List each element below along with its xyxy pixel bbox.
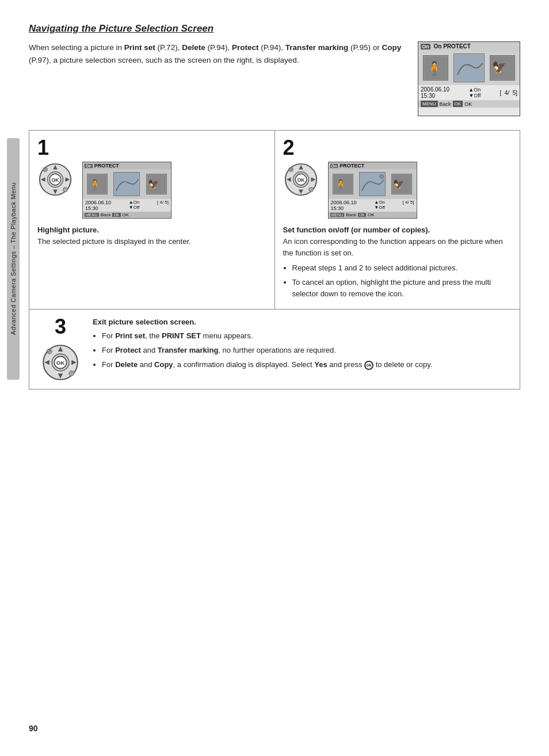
screen-bottom-bar: MENU Back OK OK [418, 100, 520, 108]
spt-center-1 [113, 172, 140, 196]
back-label: Back [440, 101, 451, 107]
photo-thumb-left: 🧍 [423, 55, 448, 81]
step-2-cell: 2 OK ⟳ [275, 131, 520, 309]
step-2-screen: On PROTECT 🧍 ⊙ [328, 162, 417, 219]
step-2-content: OK ⟳ On PROTECT [283, 162, 512, 219]
ok-text: OK [464, 101, 472, 107]
controller-icon-2: OK ⟳ [283, 162, 319, 197]
ok-circle-icon: ok [364, 361, 373, 370]
section-title: Navigating the Picture Selection Screen [29, 23, 520, 35]
svg-point-14 [63, 188, 68, 192]
step-3-content: 3 OK ⟳ Ex [37, 316, 512, 382]
svg-text:OK: OK [51, 177, 59, 183]
controller-icon-3: OK ⟳ [41, 343, 80, 382]
spt-left-1: 🧍 [87, 174, 108, 194]
screen-frame: [ 4/ 5] [500, 90, 517, 96]
sidebar-label: Advanced Camera Settings – The Playback … [7, 138, 20, 380]
svg-text:OK: OK [56, 360, 64, 366]
screen-off: ▼Off [468, 93, 481, 98]
steps-grid: 1 OK [29, 130, 520, 390]
step-1-content: OK ⟳ [37, 162, 266, 219]
spt-right-2: 🦅 [391, 174, 412, 194]
step-3-number: 3 [55, 316, 66, 337]
svg-text:⟳: ⟳ [47, 348, 51, 354]
intro-camera-screen: On On PROTECT 🧍 🦅 2006.06.10 15:30 [418, 41, 520, 116]
svg-text:🧍: 🧍 [335, 179, 346, 190]
step-3-text: Exit picture selection screen. For Print… [93, 316, 512, 374]
page-number: 90 [29, 724, 38, 733]
intro-text: When selecting a picture in Print set (P… [29, 41, 404, 116]
steps-row-1-2: 1 OK [29, 131, 520, 310]
screen-info-row: 2006.06.10 15:30 ▲On ▼Off [ 4/ 5] [418, 85, 520, 100]
photo-thumb-center [453, 54, 485, 82]
step-3-left: 3 OK ⟳ [37, 316, 83, 382]
step-1-screen: On PROTECT 🧍 [82, 162, 171, 219]
photo-thumb-right: 🦅 [490, 55, 515, 81]
svg-text:🧍: 🧍 [426, 60, 443, 76]
page: Advanced Camera Settings – The Playback … [0, 0, 549, 756]
svg-text:🦅: 🦅 [492, 60, 506, 74]
svg-text:🧍: 🧍 [89, 179, 101, 190]
step-2-text: Set function on/off (or number of copies… [283, 224, 512, 300]
svg-text:⟳: ⟳ [288, 167, 292, 172]
spt-center-2: ⊙ [359, 172, 386, 196]
svg-text:⟳: ⟳ [43, 167, 47, 172]
svg-text:🦅: 🦅 [148, 179, 159, 190]
step-1-cell: 1 OK [29, 131, 275, 309]
svg-text:🦅: 🦅 [393, 179, 405, 190]
step-1-number: 1 [37, 138, 266, 158]
spt-left-2: 🧍 [333, 174, 353, 194]
intro-area: When selecting a picture in Print set (P… [29, 41, 520, 116]
screen-on: ▲On [468, 87, 481, 93]
screen-title: On PROTECT [434, 43, 471, 49]
controller-icon-1: OK ⟳ [37, 162, 73, 197]
screen-date: 2006.06.10 [421, 86, 449, 93]
svg-point-30 [308, 188, 313, 192]
ok-button: OK [453, 101, 463, 107]
svg-rect-2 [455, 55, 483, 81]
step-3-row: 3 OK ⟳ Ex [29, 310, 520, 389]
svg-point-46 [69, 371, 74, 376]
step-1-text: Highlight picture. The selected picture … [37, 224, 266, 247]
step-2-number: 2 [283, 138, 512, 158]
svg-text:OK: OK [297, 177, 305, 183]
svg-rect-18 [114, 173, 139, 196]
spt-right-1: 🦅 [146, 174, 167, 194]
menu-button: MENU [421, 101, 438, 107]
screen-time: 15:30 [421, 93, 449, 99]
